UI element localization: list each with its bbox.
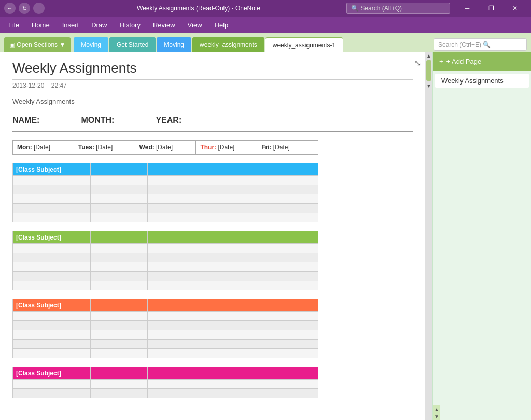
menu-bar: FileHomeInsertDrawHistoryReviewViewHelp [0,17,531,33]
assign-table-2: [Class Subject] [12,231,318,290]
table-row [13,244,318,253]
dropdown-icon: ▼ [59,41,65,48]
main-layout: ⤡ Weekly Assignments 2013-12-20 22:47 We… [0,52,531,420]
menu-item-review[interactable]: Review [147,19,181,31]
menu-item-draw[interactable]: Draw [85,19,113,31]
fields-row: NAME: MONTH: YEAR: [12,116,413,125]
day-mon: Mon: [Date] [13,141,74,155]
scroll-up-arrow[interactable]: ▲ [425,52,432,59]
menu-item-help[interactable]: Help [208,19,235,31]
page-item[interactable]: Weekly Assignments [435,74,529,88]
day-fri: Fri: [Date] [257,141,318,155]
title-search[interactable]: 🔍 Search (Alt+Q) [346,3,450,14]
pin-button[interactable]: ‒ [33,3,45,14]
page-title: Weekly Assignments [12,60,413,80]
menu-item-history[interactable]: History [114,19,147,31]
table-row [13,194,318,204]
table-header-4: [Class Subject] [13,367,318,380]
table-row [13,340,318,349]
window-title: Weekly Assignments (Read-Only) - OneNote [51,5,346,12]
table-row [13,321,318,330]
notebook-icon: ▣ [9,41,15,48]
assign-table-3: [Class Subject] [12,299,318,358]
year-label: YEAR: [156,116,181,125]
subject-cell-1: [Class Subject] [13,163,91,176]
window-controls-left: ← ↻ ‒ [4,3,45,14]
page-item-label: Weekly Assignments [441,77,504,85]
table-row [13,213,318,222]
page-date: 2013-12-20 22:47 [12,82,413,89]
add-page-label: + Add Page [446,58,482,65]
days-row: Mon: [Date] Tues: [Date] Wed: [Date] Thu… [13,141,318,155]
table-row [13,389,318,398]
page-date-value: 2013-12-20 [12,82,44,89]
table-row [13,253,318,262]
tab-moving-2[interactable]: Moving [157,37,191,52]
search-icon: 🔍 [351,5,359,12]
table-row [13,330,318,340]
right-panel: + + Add Page Weekly Assignments ▲ ▼ [432,52,531,420]
subject-cell-3: [Class Subject] [13,299,91,312]
name-label: NAME: [12,116,39,125]
search-icon-tab: 🔍 [483,41,491,48]
table-row [13,176,318,185]
page-time-value: 22:47 [51,82,67,89]
add-icon: + [439,58,443,65]
table-header-1: [Class Subject] [13,163,318,176]
subject-cell-4: [Class Subject] [13,367,91,380]
back-button[interactable]: ← [4,3,16,14]
right-scroll-down[interactable]: ▼ [433,413,440,420]
window-buttons: ─ ❐ ✕ [455,0,527,17]
menu-item-file[interactable]: File [2,19,25,31]
tab-weekly-assignments[interactable]: weekly_assignments [192,37,264,52]
assign-table-1: [Class Subject] [12,163,318,222]
scroll-thumb[interactable] [426,60,431,81]
month-label: MONTH: [81,116,114,125]
table-row [13,185,318,194]
menu-item-view[interactable]: View [181,19,208,31]
content-area: ⤡ Weekly Assignments 2013-12-20 22:47 We… [0,52,425,420]
tab-search-placeholder: Search (Ctrl+E) [438,41,481,48]
tab-weekly-assignments-1[interactable]: weekly_assignments-1 [266,37,343,52]
scroll-down-arrow[interactable]: ▼ [425,82,432,89]
menu-item-insert[interactable]: Insert [56,19,86,31]
table-header-3: [Class Subject] [13,299,318,312]
table-row [13,312,318,321]
forward-button[interactable]: ↻ [19,3,30,14]
right-scroll-up[interactable]: ▲ [433,405,440,413]
day-wed: Wed: [Date] [135,141,196,155]
table-row [13,380,318,389]
day-thu: Thur: [Date] [196,141,257,155]
restore-button[interactable]: ❐ [479,0,503,17]
tab-moving-1[interactable]: Moving [74,37,108,52]
title-bar: ← ↻ ‒ Weekly Assignments (Read-Only) - O… [0,0,531,17]
table-row [13,262,318,272]
table-header-2: [Class Subject] [13,231,318,244]
open-sections-button[interactable]: ▣ Open Sections ▼ [4,37,71,52]
separator [12,131,413,132]
day-tues: Tues: [Date] [74,141,135,155]
table-row [13,204,318,213]
menu-item-home[interactable]: Home [25,19,56,31]
content-scrollbar[interactable]: ▲ ▼ [425,52,432,420]
tab-search[interactable]: Search (Ctrl+E) 🔍 [434,38,527,51]
days-table: Mon: [Date] Tues: [Date] Wed: [Date] Thu… [12,140,318,155]
table-row [13,281,318,290]
page-subtitle: Weekly Assignments [12,97,413,105]
tab-bar: ▣ Open Sections ▼ Moving Get Started Mov… [0,33,531,52]
pages-list: Weekly Assignments [433,71,531,405]
notebook-label: Open Sections [17,41,58,48]
subject-cell-2: [Class Subject] [13,231,91,244]
table-row [13,272,318,281]
expand-button[interactable]: ⤡ [414,58,421,68]
close-button[interactable]: ✕ [503,0,527,17]
right-panel-scrollbar[interactable]: ▲ ▼ [433,405,440,420]
add-page-button[interactable]: + + Add Page [433,52,531,71]
table-row [13,349,318,358]
minimize-button[interactable]: ─ [455,0,479,17]
tab-get-started[interactable]: Get Started [109,37,156,52]
assign-table-4: [Class Subject] [12,367,318,398]
